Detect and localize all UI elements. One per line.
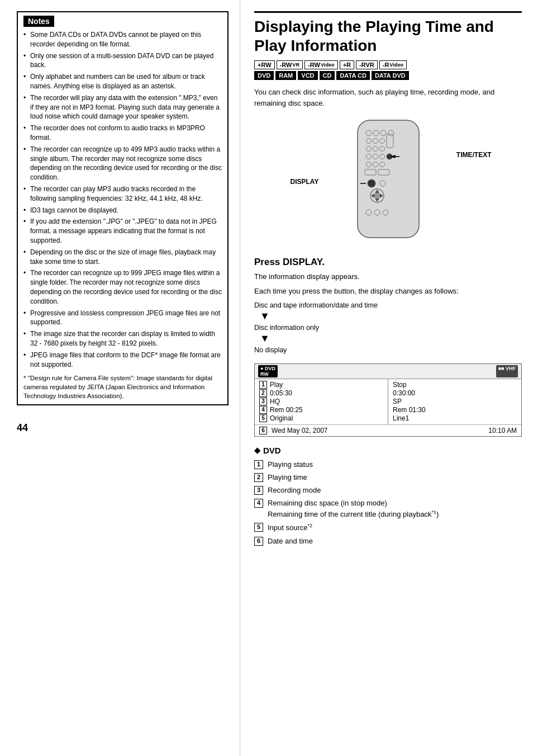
dvd-list-item-1: 1 Playing status xyxy=(254,460,522,470)
badge-vcd: VCD xyxy=(298,71,317,80)
intro-text: You can check disc information, such as … xyxy=(254,87,522,108)
table-left: 1 Play 2 0:05:30 3 HQ 4 Rem 00:25 5 Or xyxy=(255,379,388,424)
flow-step3: No display xyxy=(254,346,287,354)
right-column: Displaying the Playing Time and Play Inf… xyxy=(240,0,533,756)
item-label-1: Playing status xyxy=(268,460,313,470)
list-item: The recorder will play any data with the… xyxy=(23,93,222,121)
flow-step2: Disc information only xyxy=(254,324,319,332)
item-label-4: Remaining disc space (in stop mode)Remai… xyxy=(268,498,439,519)
list-item: The image size that the recorder can dis… xyxy=(23,329,222,348)
item-label-5: Input source*2 xyxy=(268,522,312,533)
badge-minusrvr: -RVR xyxy=(356,60,378,69)
row-val-play: Play xyxy=(270,381,283,389)
row-val-rem: Rem 00:25 xyxy=(270,406,303,414)
table-row: 5 Original xyxy=(259,414,383,422)
item-label-3: Recording mode xyxy=(268,485,321,495)
row-val-time: 0:05:30 xyxy=(270,389,292,397)
format-badges: +RW -RWVR -RWVideo +R -RVR -RVideo DVD R… xyxy=(254,60,522,80)
table-header: ● DVDRW ■■ VHF xyxy=(255,364,521,379)
row-num-6: 6 xyxy=(259,427,267,434)
dvd-section: ◆ DVD 1 Playing status 2 Playing time 3 … xyxy=(254,446,522,546)
dvd-header: ◆ DVD xyxy=(254,446,522,455)
row-val-rem2: Rem 01:30 xyxy=(393,406,426,414)
row-val-stop: Stop xyxy=(393,381,407,389)
timetext-label: TIME/TEXT xyxy=(456,151,492,159)
list-item: JPEG image files that conform to the DCF… xyxy=(23,351,222,370)
badge-plusrw: +RW xyxy=(254,60,275,69)
row-val-sp: SP xyxy=(393,398,402,405)
info-display-table: ● DVDRW ■■ VHF 1 Play 2 0:05:30 3 HQ 4 xyxy=(254,363,522,437)
flow-arrow-1: ▼ xyxy=(260,311,522,322)
date-right: 10:10 AM xyxy=(488,427,517,434)
date-left: Wed May 02, 2007 xyxy=(272,427,328,434)
list-item: Only alphabet and numbers can be used fo… xyxy=(23,72,222,91)
display-flow: Disc and tape information/date and time … xyxy=(254,300,522,356)
row-val-line1: Line1 xyxy=(393,414,409,422)
badge-ram: RAM xyxy=(275,71,296,80)
table-row: Line1 xyxy=(393,414,517,422)
left-column: Notes Some DATA CDs or DATA DVDs cannot … xyxy=(0,0,240,756)
list-item: ID3 tags cannot be displayed. xyxy=(23,206,222,215)
footnote-text: * "Design rule for Camera File system": … xyxy=(23,374,222,400)
item-label-2: Playing time xyxy=(268,472,307,483)
list-item: The recorder can play MP3 audio tracks r… xyxy=(23,185,222,204)
page-number: 44 xyxy=(17,422,229,434)
row-num-2: 2 xyxy=(259,389,267,397)
row-num-5: 5 xyxy=(259,414,267,422)
table-row: 4 Rem 00:25 xyxy=(259,406,383,414)
badge-datadvd: DATA DVD xyxy=(372,71,409,80)
item-num-5: 5 xyxy=(254,523,263,532)
dvd-list-item-3: 3 Recording mode xyxy=(254,485,522,495)
table-row: Rem 01:30 xyxy=(393,406,517,414)
sup-1: *1 xyxy=(431,509,436,515)
badge-row-2: DVD RAM VCD CD DATA CD DATA DVD xyxy=(254,71,522,80)
list-item: Only one session of a multi-session DATA… xyxy=(23,51,222,70)
table-row: 0:30:00 xyxy=(393,389,517,397)
row-num-1: 1 xyxy=(259,381,267,389)
badge-minusvideo: -RVideo xyxy=(379,60,407,69)
item-num-1: 1 xyxy=(254,460,263,469)
badge-cd: CD xyxy=(320,71,335,80)
row-num-3: 3 xyxy=(259,398,267,405)
badge-dvd: DVD xyxy=(254,71,274,80)
section-title: Displaying the Playing Time and Play Inf… xyxy=(254,11,522,55)
svg-rect-0 xyxy=(358,120,419,238)
list-item: The recorder does not conform to audio t… xyxy=(23,124,222,143)
flow-arrow-2: ▼ xyxy=(260,333,522,344)
list-item: Progressive and lossless compression JPE… xyxy=(23,309,222,328)
notes-box: Notes Some DATA CDs or DATA DVDs cannot … xyxy=(17,11,229,405)
flow-step1: Disc and tape information/date and time xyxy=(254,301,378,309)
item-num-6: 6 xyxy=(254,537,263,546)
row-val-orig: Original xyxy=(270,414,293,422)
item-num-4: 4 xyxy=(254,499,263,508)
diamond-icon: ◆ xyxy=(254,446,260,455)
svg-point-22 xyxy=(368,179,375,187)
dvd-list-item-2: 2 Playing time xyxy=(254,472,522,483)
date-num-wrap: 6 Wed May 02, 2007 xyxy=(259,427,328,434)
table-body: 1 Play 2 0:05:30 3 HQ 4 Rem 00:25 5 Or xyxy=(255,379,521,424)
badge-minusrwvideo: -RWVideo xyxy=(304,60,338,69)
row-val-hq: HQ xyxy=(270,398,280,405)
item-label-6: Date and time xyxy=(268,536,313,546)
table-row: 3 HQ xyxy=(259,398,383,405)
svg-point-26 xyxy=(374,193,380,199)
row-val-time2: 0:30:00 xyxy=(393,389,415,397)
list-item: The recorder can recognize up to 499 MP3… xyxy=(23,145,222,182)
list-item: The recorder can recognize up to 999 JPE… xyxy=(23,268,222,306)
item-num-2: 2 xyxy=(254,473,263,482)
badge-minusrwvr: -RWVR xyxy=(277,60,303,69)
list-item: Depending on the disc or the size of ima… xyxy=(23,248,222,267)
row-num-4: 4 xyxy=(259,406,267,414)
dvd-list-item-5: 5 Input source*2 xyxy=(254,522,522,533)
info-text-1: The information display appears. xyxy=(254,271,522,282)
dvd-badge: ● DVDRW xyxy=(258,365,278,377)
badge-plusr: +R xyxy=(340,60,354,69)
svg-point-15 xyxy=(387,154,392,159)
list-item: Some DATA CDs or DATA DVDs cannot be pla… xyxy=(23,30,222,49)
badge-row-1: +RW -RWVR -RWVideo +R -RVR -RVideo xyxy=(254,60,522,69)
table-row: SP xyxy=(393,398,517,405)
remote-diagram: TIME/TEXT DISPLAY xyxy=(254,117,522,248)
sup-2: *2 xyxy=(308,523,313,528)
dvd-list: 1 Playing status 2 Playing time 3 Record… xyxy=(254,460,522,546)
table-row: 2 0:05:30 xyxy=(259,389,383,397)
